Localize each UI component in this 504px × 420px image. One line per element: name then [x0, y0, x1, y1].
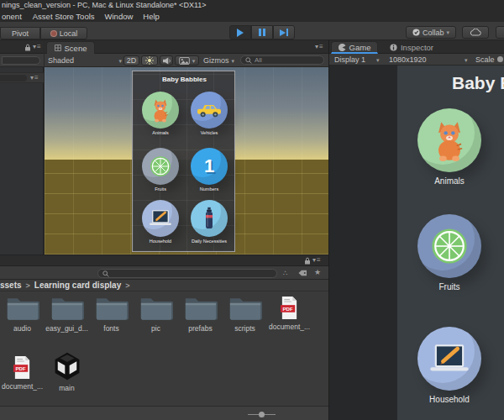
card-tile-animals[interactable]: Animals	[136, 92, 185, 135]
card-tile-daily-necessities[interactable]: Daily Necessities	[185, 200, 234, 244]
card-tile-fruits[interactable]: Fruits	[136, 148, 185, 192]
chevron-down-icon: ▾	[232, 58, 235, 64]
breadcrumb-current-folder[interactable]: Learning card display	[34, 281, 121, 290]
local-button[interactable]: Local	[40, 27, 87, 39]
asset-folder-prefabs[interactable]: prefabs	[178, 295, 223, 333]
panel-menu-icon[interactable]: ▾≡	[312, 257, 322, 264]
asset-labels-icon[interactable]: ∴	[283, 270, 289, 277]
game-tile-fruits[interactable]: Fruits	[397, 214, 501, 291]
scene-canvas-card[interactable]: Baby Babbles Animals	[132, 71, 235, 252]
card-tile-household[interactable]: Household	[136, 200, 185, 244]
hierarchy-field[interactable]	[0, 75, 27, 81]
folder-icon	[139, 295, 173, 322]
daily-necessities-circle	[191, 200, 228, 237]
tag-icon[interactable]	[298, 270, 307, 276]
bottle-icon	[202, 207, 216, 230]
tab-game[interactable]: Game	[331, 41, 378, 54]
scale-slider-knob[interactable]	[497, 56, 503, 62]
asset-pdf-document-1[interactable]: PDF document_...	[267, 295, 312, 331]
draw-mode-label: Shaded	[48, 56, 74, 65]
game-tile-animals[interactable]: Animals	[397, 108, 501, 186]
project-search-input[interactable]	[97, 269, 277, 278]
step-button[interactable]	[273, 25, 295, 39]
local-label: Local	[60, 29, 78, 38]
asset-label: audio	[0, 324, 45, 333]
breadcrumb-assets[interactable]: ssets	[0, 281, 22, 290]
folder-icon	[184, 295, 218, 322]
game-tab-bar: Game Inspector	[329, 40, 504, 54]
numbers-circle: 1	[191, 148, 228, 185]
asset-folder-audio[interactable]: audio	[0, 295, 45, 333]
game-tile-household[interactable]: Household	[397, 327, 501, 404]
fruits-circle	[142, 148, 179, 185]
card-tile-label: Daily Necessities	[185, 239, 234, 244]
asset-label: main	[45, 384, 89, 392]
game-panel: Game Inspector Display 1 ▾ 1080x1920 ▾ S…	[328, 40, 504, 420]
asset-folder-scripts[interactable]: scripts	[223, 295, 267, 333]
game-tile-label: Household	[397, 395, 501, 404]
lime-icon	[428, 224, 471, 268]
play-button[interactable]	[229, 25, 251, 39]
resolution-dropdown[interactable]: 1080x1920	[389, 55, 427, 64]
menu-item-asset-store-tools[interactable]: Asset Store Tools	[33, 12, 95, 21]
card-tile-numbers[interactable]: 1 Numbers	[185, 148, 234, 192]
lighting-toggle-button[interactable]	[141, 55, 158, 66]
scene-toolbar: Shaded ▾ 2D	[45, 54, 328, 67]
display-dropdown[interactable]: Display 1	[334, 55, 365, 64]
breadcrumb-chevron-icon: >	[121, 281, 134, 290]
scene-search-input[interactable]: All	[240, 55, 324, 65]
menu-item-window[interactable]: Window	[105, 12, 134, 21]
tab-game-label: Game	[349, 43, 371, 52]
fruits-circle	[417, 214, 481, 278]
project-panel: ▾≡ ∴ ★ ssets > Learning card display >	[0, 255, 328, 420]
lock-icon[interactable]	[304, 257, 311, 265]
card-tile-label: Household	[136, 239, 185, 244]
asset-label: document_...	[0, 382, 45, 391]
chevron-down-icon: ▾	[465, 57, 468, 63]
project-toolbar: ∴ ★	[0, 266, 328, 280]
tab-inspector[interactable]: Inspector	[381, 41, 442, 54]
account-button[interactable]	[496, 26, 504, 39]
collab-button[interactable]: Collab ▾	[406, 26, 456, 39]
inspector-icon	[390, 44, 397, 51]
asset-label: easy_gui_d...	[45, 324, 89, 333]
menu-item-component[interactable]: onent	[2, 12, 22, 21]
draw-mode-dropdown[interactable]: Shaded ▾	[48, 55, 122, 66]
hierarchy-toolbar	[0, 54, 44, 67]
asset-pdf-document-2[interactable]: PDF document_...	[0, 354, 45, 391]
game-viewport[interactable]: Baby Ba Animals	[329, 66, 504, 420]
laptop-icon	[426, 342, 473, 376]
game-tile-label: Animals	[397, 176, 501, 186]
asset-label: fonts	[89, 324, 134, 333]
asset-scene-main[interactable]: main	[45, 351, 89, 392]
number-one-icon: 1	[204, 157, 214, 176]
gizmos-dropdown[interactable]: Gizmos ▾	[203, 55, 239, 66]
audio-icon	[162, 57, 171, 65]
game-toolbar: Display 1 ▾ 1080x1920 ▾ Scale	[329, 54, 504, 66]
hierarchy-search-input[interactable]	[2, 56, 40, 65]
panel-menu-icon[interactable]: ▾≡	[33, 44, 42, 50]
subpanel-menu-icon[interactable]: ▾≡	[30, 75, 39, 81]
audio-toggle-button[interactable]	[160, 55, 173, 66]
asset-folder-easy-gui[interactable]: easy_gui_d...	[45, 295, 89, 333]
pivot-label: Pivot	[12, 29, 29, 38]
thumbnail-slider-knob[interactable]	[259, 412, 265, 417]
animals-circle	[417, 108, 481, 172]
effects-dropdown-button[interactable]: ▾	[175, 55, 199, 66]
cloud-button[interactable]	[462, 26, 489, 39]
card-tile-vehicles[interactable]: Vehicles	[185, 92, 234, 135]
tab-scene[interactable]: Scene	[46, 41, 95, 54]
pivot-button[interactable]: Pivot	[0, 27, 40, 39]
asset-folder-fonts[interactable]: fonts	[89, 295, 134, 333]
asset-folder-pic[interactable]: pic	[134, 295, 178, 333]
card-tile-label: Animals	[136, 130, 185, 135]
toggle-2d-button[interactable]: 2D	[123, 55, 139, 66]
folder-icon	[228, 295, 262, 322]
lock-icon[interactable]	[24, 44, 31, 51]
folder-icon	[95, 295, 129, 322]
favorites-star-icon[interactable]: ★	[314, 269, 322, 276]
step-icon	[280, 29, 289, 36]
scene-panel-menu-icon[interactable]: ▾≡	[315, 44, 324, 50]
menu-item-help[interactable]: Help	[143, 12, 160, 21]
pause-button[interactable]	[251, 25, 273, 39]
